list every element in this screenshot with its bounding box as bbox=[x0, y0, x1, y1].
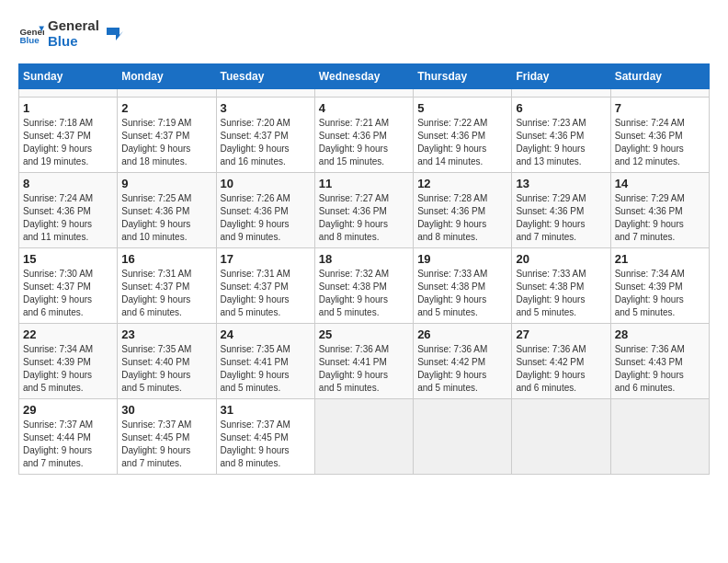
day-number: 2 bbox=[121, 101, 211, 115]
header-sunday: Sunday bbox=[19, 64, 118, 89]
day-number: 1 bbox=[23, 101, 113, 115]
day-info: Sunrise: 7:37 AM Sunset: 4:44 PM Dayligh… bbox=[23, 419, 113, 470]
week-row-0 bbox=[19, 89, 710, 98]
header-tuesday: Tuesday bbox=[216, 64, 314, 89]
calendar-cell: 28Sunrise: 7:36 AM Sunset: 4:43 PM Dayli… bbox=[610, 324, 709, 399]
calendar-cell: 15Sunrise: 7:30 AM Sunset: 4:37 PM Dayli… bbox=[19, 248, 118, 324]
day-info: Sunrise: 7:24 AM Sunset: 4:36 PM Dayligh… bbox=[615, 117, 705, 168]
calendar-cell bbox=[414, 399, 512, 475]
calendar-cell: 25Sunrise: 7:36 AM Sunset: 4:41 PM Dayli… bbox=[314, 324, 413, 399]
calendar-cell: 5Sunrise: 7:22 AM Sunset: 4:36 PM Daylig… bbox=[414, 98, 512, 173]
calendar-cell bbox=[216, 89, 314, 98]
day-info: Sunrise: 7:23 AM Sunset: 4:36 PM Dayligh… bbox=[516, 117, 606, 168]
calendar-cell: 19Sunrise: 7:33 AM Sunset: 4:38 PM Dayli… bbox=[414, 248, 512, 324]
day-info: Sunrise: 7:21 AM Sunset: 4:36 PM Dayligh… bbox=[319, 117, 409, 168]
header-thursday: Thursday bbox=[414, 64, 512, 89]
day-number: 22 bbox=[23, 327, 113, 341]
calendar-cell: 7Sunrise: 7:24 AM Sunset: 4:36 PM Daylig… bbox=[610, 98, 709, 173]
week-row-3: 15Sunrise: 7:30 AM Sunset: 4:37 PM Dayli… bbox=[19, 248, 710, 324]
day-number: 14 bbox=[615, 177, 705, 190]
day-number: 31 bbox=[221, 403, 311, 417]
day-number: 4 bbox=[319, 101, 409, 115]
calendar-cell: 10Sunrise: 7:26 AM Sunset: 4:36 PM Dayli… bbox=[216, 173, 314, 248]
calendar-cell: 23Sunrise: 7:35 AM Sunset: 4:40 PM Dayli… bbox=[118, 324, 216, 399]
calendar-cell: 26Sunrise: 7:36 AM Sunset: 4:42 PM Dayli… bbox=[414, 324, 512, 399]
calendar-cell: 20Sunrise: 7:33 AM Sunset: 4:38 PM Dayli… bbox=[512, 248, 610, 324]
calendar-header-row: SundayMondayTuesdayWednesdayThursdayFrid… bbox=[19, 64, 710, 89]
day-number: 13 bbox=[516, 177, 606, 190]
calendar-cell: 22Sunrise: 7:34 AM Sunset: 4:39 PM Dayli… bbox=[19, 324, 118, 399]
day-info: Sunrise: 7:31 AM Sunset: 4:37 PM Dayligh… bbox=[121, 268, 211, 319]
calendar-table: SundayMondayTuesdayWednesdayThursdayFrid… bbox=[18, 63, 710, 475]
calendar-cell bbox=[118, 89, 216, 98]
day-info: Sunrise: 7:27 AM Sunset: 4:36 PM Dayligh… bbox=[319, 192, 409, 244]
logo-blue: Blue bbox=[48, 34, 99, 50]
calendar-cell: 9Sunrise: 7:25 AM Sunset: 4:36 PM Daylig… bbox=[118, 173, 216, 248]
calendar-cell: 31Sunrise: 7:37 AM Sunset: 4:45 PM Dayli… bbox=[216, 399, 314, 475]
day-number: 20 bbox=[516, 252, 606, 266]
day-info: Sunrise: 7:29 AM Sunset: 4:36 PM Dayligh… bbox=[615, 192, 705, 244]
day-info: Sunrise: 7:32 AM Sunset: 4:38 PM Dayligh… bbox=[319, 268, 409, 319]
week-row-1: 1Sunrise: 7:18 AM Sunset: 4:37 PM Daylig… bbox=[19, 98, 710, 173]
calendar-cell bbox=[512, 399, 610, 475]
day-info: Sunrise: 7:31 AM Sunset: 4:37 PM Dayligh… bbox=[221, 268, 311, 319]
header-monday: Monday bbox=[118, 64, 216, 89]
day-number: 11 bbox=[319, 177, 409, 190]
day-number: 7 bbox=[615, 101, 705, 115]
calendar-cell: 1Sunrise: 7:18 AM Sunset: 4:37 PM Daylig… bbox=[19, 98, 118, 173]
day-info: Sunrise: 7:19 AM Sunset: 4:37 PM Dayligh… bbox=[121, 117, 211, 168]
day-number: 29 bbox=[23, 403, 113, 417]
day-number: 27 bbox=[516, 327, 606, 341]
calendar-cell bbox=[512, 89, 610, 98]
day-number: 15 bbox=[23, 252, 113, 266]
day-number: 9 bbox=[121, 177, 211, 190]
day-info: Sunrise: 7:20 AM Sunset: 4:37 PM Dayligh… bbox=[221, 117, 311, 168]
day-info: Sunrise: 7:35 AM Sunset: 4:41 PM Dayligh… bbox=[221, 343, 311, 395]
day-number: 12 bbox=[417, 177, 507, 190]
day-info: Sunrise: 7:28 AM Sunset: 4:36 PM Dayligh… bbox=[417, 192, 507, 244]
calendar-cell: 14Sunrise: 7:29 AM Sunset: 4:36 PM Dayli… bbox=[610, 173, 709, 248]
day-info: Sunrise: 7:36 AM Sunset: 4:42 PM Dayligh… bbox=[516, 343, 606, 395]
day-number: 28 bbox=[615, 327, 705, 341]
calendar-cell bbox=[414, 89, 512, 98]
svg-marker-3 bbox=[107, 28, 123, 40]
calendar-cell bbox=[19, 89, 118, 98]
day-number: 18 bbox=[319, 252, 409, 266]
calendar-cell: 13Sunrise: 7:29 AM Sunset: 4:36 PM Dayli… bbox=[512, 173, 610, 248]
week-row-5: 29Sunrise: 7:37 AM Sunset: 4:44 PM Dayli… bbox=[19, 399, 710, 475]
day-info: Sunrise: 7:36 AM Sunset: 4:41 PM Dayligh… bbox=[319, 343, 409, 395]
calendar-cell bbox=[314, 399, 413, 475]
calendar-cell: 17Sunrise: 7:31 AM Sunset: 4:37 PM Dayli… bbox=[216, 248, 314, 324]
calendar-cell: 4Sunrise: 7:21 AM Sunset: 4:36 PM Daylig… bbox=[314, 98, 413, 173]
day-info: Sunrise: 7:35 AM Sunset: 4:40 PM Dayligh… bbox=[121, 343, 211, 395]
day-number: 23 bbox=[121, 327, 211, 341]
calendar-cell bbox=[610, 399, 709, 475]
calendar-cell: 24Sunrise: 7:35 AM Sunset: 4:41 PM Dayli… bbox=[216, 324, 314, 399]
day-number: 16 bbox=[121, 252, 211, 266]
calendar-cell: 16Sunrise: 7:31 AM Sunset: 4:37 PM Dayli… bbox=[118, 248, 216, 324]
day-info: Sunrise: 7:34 AM Sunset: 4:39 PM Dayligh… bbox=[615, 268, 705, 319]
calendar-cell: 8Sunrise: 7:24 AM Sunset: 4:36 PM Daylig… bbox=[19, 173, 118, 248]
day-info: Sunrise: 7:33 AM Sunset: 4:38 PM Dayligh… bbox=[417, 268, 507, 319]
day-info: Sunrise: 7:25 AM Sunset: 4:36 PM Dayligh… bbox=[121, 192, 211, 244]
week-row-2: 8Sunrise: 7:24 AM Sunset: 4:36 PM Daylig… bbox=[19, 173, 710, 248]
calendar-cell: 30Sunrise: 7:37 AM Sunset: 4:45 PM Dayli… bbox=[118, 399, 216, 475]
svg-text:Blue: Blue bbox=[19, 34, 40, 44]
calendar-cell: 3Sunrise: 7:20 AM Sunset: 4:37 PM Daylig… bbox=[216, 98, 314, 173]
day-info: Sunrise: 7:36 AM Sunset: 4:43 PM Dayligh… bbox=[615, 343, 705, 395]
day-number: 25 bbox=[319, 327, 409, 341]
week-row-4: 22Sunrise: 7:34 AM Sunset: 4:39 PM Dayli… bbox=[19, 324, 710, 399]
header-wednesday: Wednesday bbox=[314, 64, 413, 89]
day-number: 21 bbox=[615, 252, 705, 266]
calendar-cell: 6Sunrise: 7:23 AM Sunset: 4:36 PM Daylig… bbox=[512, 98, 610, 173]
header-friday: Friday bbox=[512, 64, 610, 89]
logo-general: General bbox=[48, 17, 99, 33]
day-number: 8 bbox=[23, 177, 113, 190]
day-number: 6 bbox=[516, 101, 606, 115]
calendar-cell: 27Sunrise: 7:36 AM Sunset: 4:42 PM Dayli… bbox=[512, 324, 610, 399]
day-number: 10 bbox=[221, 177, 311, 190]
day-info: Sunrise: 7:18 AM Sunset: 4:37 PM Dayligh… bbox=[23, 117, 113, 168]
calendar-cell: 12Sunrise: 7:28 AM Sunset: 4:36 PM Dayli… bbox=[414, 173, 512, 248]
day-number: 26 bbox=[417, 327, 507, 341]
calendar-cell: 2Sunrise: 7:19 AM Sunset: 4:37 PM Daylig… bbox=[118, 98, 216, 173]
